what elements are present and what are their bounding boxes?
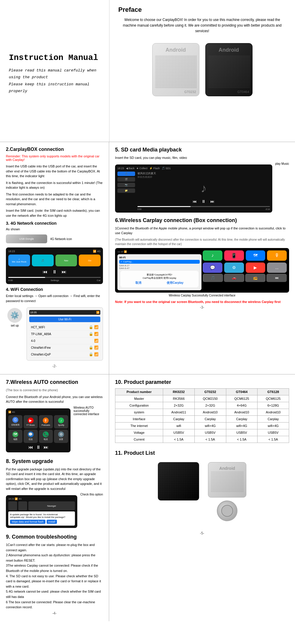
carplay-step2: It is flashing, and the connection is su… [6,180,103,190]
col-header-4: GT6128 [258,389,289,395]
cell: QCM2150 [194,395,226,402]
instruction-title: Instruction Manual [9,53,100,62]
progress-fill [8,277,45,278]
wifi-list-title: Wi-Fi [119,256,200,259]
row-label: Interface [115,416,163,423]
fw-status: 18:23 📶 4G [8,498,75,500]
auto-step: Connect the Bluetooth of your Android ph… [6,394,103,404]
carplay-dialog: 要连接"CarplayBOX"吗?CarPlay将会连接到 使用Carplay … [120,271,199,287]
fw-top-row: Naveger [8,501,75,510]
section6-title: 6.Wireless Carplay connection (Box conne… [115,217,289,224]
carplay-app-messages: 💬 [203,263,222,273]
carplay-app-yt: ▶ [246,263,266,273]
sd-category-1[interactable]: 🎵 [117,172,135,176]
song-title: 被风吹过的夏天 [137,172,270,175]
col-header-2: GT0232 [194,389,226,395]
product-list-images: Android [115,462,289,521]
sd-progress-bar [137,206,270,207]
wifi-item-4[interactable]: ChinaNet-tFew 🔒 📶 [29,344,100,351]
table-row: Master RK3566 QCM2150 QCM6125 QCM6125 [115,395,289,402]
cell: wifi+4G [194,423,226,429]
screen-header: 18:23 📶 4G [8,250,101,253]
fw-dialog-text: A update package file is found: '/m-m/ex… [10,513,73,519]
music-note-icon: ♪ [137,182,270,195]
sd-category-2[interactable]: 🎬 [117,177,135,182]
auto-screen: 📶 4G G 谷歌新闻 ▶ YT Music 🎙 Podcasts [6,408,71,452]
progress-bar [8,277,101,278]
top-section: Instruction Manual Please read this manu… [0,0,295,142]
section3-title: 3. 4G Network connection [6,221,103,226]
wifi-setup-row: ⚙️ set up 18:05 📶 Use Wi-Fi HCT_WIFI 🔒 📶 [6,305,103,363]
wifi-item-1[interactable]: HCT_WIFI 🔒 📶 [29,324,100,331]
wifi-item-3[interactable]: 4-0 📶 [29,338,100,344]
wifi-item-2[interactable]: TP-LINK_A89A 🔒 📶 [29,331,100,338]
wifi-item-5[interactable]: ChinaNet-iQoP 🔒 📶 [29,351,100,358]
table-row: The internet wifi wifi+4G wifi+4G wifi+4… [115,423,289,429]
carplay-step4: Insert the SIM card. (note: the SIM card… [6,208,103,218]
box-connected: (The box is connected to the phone) [6,388,103,393]
cell: Carplay [194,416,226,423]
cell: USB5V [194,429,226,436]
carplay-status: 11:10 📶 [117,250,201,253]
table-row: system Android11 Android10 Android10 And… [115,409,289,416]
as-shown: As shown [6,227,103,231]
page-num-3: -3- [115,304,289,311]
section4-title: 4. WiFi Connection [6,287,103,292]
section8-title: 8. System upgrade [6,458,103,464]
white-box-grid [211,471,244,493]
auto-app-news: G 谷歌新闻 [8,415,22,428]
cell: 2+32G [194,402,226,409]
dialog-use-carplay[interactable]: 使用Carplay [167,281,183,285]
dialog-cancel[interactable]: 取消 [135,281,141,285]
white-box-label: Android [219,466,235,471]
fw-icon-2 [18,501,27,510]
carplay-icon-3: 📻 [245,274,266,282]
setup-icon: ⚙️ [7,308,22,323]
product-images: Android // Will be rendered via grid CSS… [118,43,286,96]
carplay-note: Note: If you want to use the original ca… [115,299,289,304]
mid-left: 2.CarplayBOX connection Reminder: This s… [0,142,109,374]
check-option-label: Check this option [80,493,103,496]
sd-category-4[interactable]: 📁 [117,188,135,193]
table-row: Voltage USB5V USB5V USB5V USB5V [115,429,289,436]
app-bluetooth: 🎵 [32,255,54,266]
reminder-text: Reminder: This system only supports mode… [6,154,103,162]
product-list-white: Android [208,462,246,521]
app-grid: ♪We Just Rock 🎵 Nav Go [8,255,101,266]
auto-label: Wireless AUTO successfully connected int… [73,406,103,416]
product-list-white-box: Android [208,462,246,498]
ytmusic-icon: ▶ [28,418,34,423]
cell: Android10 [226,409,258,416]
4g-device-image: USB Dongle [6,234,47,243]
page-num-2: -2- [6,363,103,369]
sd-category-3[interactable]: 📷 [117,183,135,187]
cell: Carplay [226,416,258,423]
wifi-connected: ✓ CarPlay... [119,260,200,264]
black-box-id: GT0464 [237,90,249,94]
top-right: Preface Welcome to choose our CarplayBOX… [109,0,295,142]
mid-section: 2.CarplayBOX connection Reminder: This s… [0,142,295,374]
auto-app-maps: 🗺 地图 [8,430,22,443]
fw-install-btn[interactable]: Install [47,520,57,524]
sd-progress-fill [137,206,191,207]
cell: USB5V [258,429,289,436]
carplay-bottom-icons: 🎵 🚗 📻 ⏮ [203,274,287,282]
product-param-table: Product number RK0232 GT0232 GT0464 GT61… [115,388,289,443]
row-label: Master [115,395,163,402]
sd-subtitle: Insert the SD card, you can play music, … [115,155,289,160]
cell: wifi [163,423,195,429]
carplay-success-label: Wireless Carplay Successfully Connected … [115,294,289,297]
media-controls: ⏮ ⏸ ⏭ [8,268,101,276]
fw-wipe-btn[interactable]: Wipe data and format flash [10,520,45,524]
cell: < 1.5A [194,436,226,443]
setup-label: set up [11,324,19,327]
auto-app-podcasts: 🎙 Podcasts [39,415,53,428]
bottom-left: 7.Wireless AUTO connection (The box is c… [0,374,109,621]
cell: RK3566 [163,395,195,402]
page-wrapper: Instruction Manual Please read this manu… [0,0,295,621]
dialog-buttons: 取消 使用Carplay [123,281,196,285]
row-label: The internet [115,423,163,429]
auto-row: 📶 4G G 谷歌新闻 ▶ YT Music 🎙 Podcasts [6,406,103,455]
trouble3: 3The wireless Carplay cannot be connecte… [6,563,103,573]
cell: 6+128G [258,402,289,409]
